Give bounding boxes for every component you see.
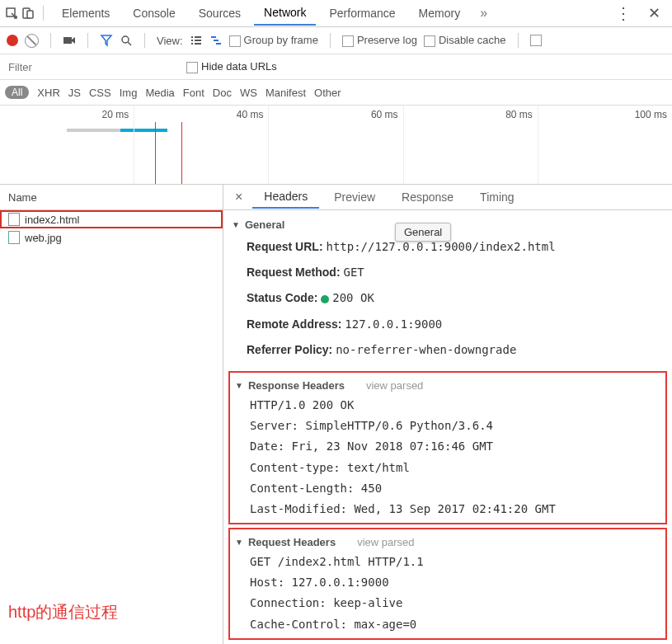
req-line: Host: 127.0.0.1:9000 <box>250 572 660 593</box>
status-ok-icon <box>321 295 329 303</box>
network-toolbar: View: Group by frame Preserve log Disabl… <box>0 27 672 54</box>
tab-headers[interactable]: Headers <box>252 186 319 209</box>
view-parsed-link[interactable]: view parsed <box>357 536 414 548</box>
wf-tick-4: 80 ms <box>505 109 533 120</box>
req-line: Cache-Control: max-age=0 <box>250 614 660 635</box>
filter-js[interactable]: JS <box>68 87 81 99</box>
tab-response[interactable]: Response <box>390 186 465 208</box>
triangle-down-icon: ▼ <box>232 220 240 229</box>
inspect-icon[interactable] <box>5 7 18 20</box>
resp-line: Content-Length: 450 <box>250 478 660 499</box>
type-filter-bar: All XHR JS CSS Img Media Font Doc WS Man… <box>0 80 672 106</box>
request-row-webjpg[interactable]: web.jpg <box>0 228 223 247</box>
tab-elements[interactable]: Elements <box>52 2 120 25</box>
detail-tabs: × Headers Preview Response Timing <box>223 185 672 210</box>
filter-manifest[interactable]: Manifest <box>266 87 306 99</box>
hide-data-urls-checkbox[interactable] <box>186 62 198 73</box>
close-detail-icon[interactable]: × <box>228 190 249 204</box>
filter-media[interactable]: Media <box>145 87 174 99</box>
filter-other[interactable]: Other <box>314 87 341 99</box>
filter-bar: Hide data URLs <box>0 54 672 80</box>
svg-rect-11 <box>211 36 216 38</box>
req-line: Connection: keep-alive <box>250 593 660 613</box>
request-row-index2[interactable]: index2.html <box>0 210 223 228</box>
view-parsed-link[interactable]: view parsed <box>366 379 423 392</box>
offline-checkbox[interactable] <box>530 35 542 46</box>
remote-address-value: 127.0.0.1:9000 <box>345 317 442 331</box>
svg-rect-7 <box>191 40 193 41</box>
filter-input[interactable] <box>5 59 176 75</box>
filter-all[interactable]: All <box>5 86 29 99</box>
request-name: web.jpg <box>25 232 62 244</box>
svg-rect-9 <box>191 43 193 45</box>
filter-ws[interactable]: WS <box>240 87 257 99</box>
group-by-frame-checkbox[interactable] <box>229 35 241 47</box>
svg-rect-5 <box>191 36 193 38</box>
document-icon <box>8 213 20 226</box>
camera-icon[interactable] <box>63 34 76 47</box>
status-code-value: 200 OK <box>332 291 374 304</box>
wf-tick-3: 60 ms <box>371 109 398 120</box>
response-headers-box: ▼Response Headersview parsed HTTP/1.0 20… <box>228 371 667 524</box>
request-list-pane: Name index2.html web.jpg http的通信过程 <box>0 185 223 644</box>
device-toggle-icon[interactable] <box>21 7 35 20</box>
clear-icon[interactable] <box>25 34 39 48</box>
resp-line: Content-type: text/html <box>250 458 660 478</box>
svg-rect-6 <box>195 36 201 38</box>
search-icon[interactable] <box>120 34 133 47</box>
tab-memory[interactable]: Memory <box>409 2 471 25</box>
request-detail-pane: × Headers Preview Response Timing Genera… <box>223 185 672 644</box>
triangle-down-icon: ▼ <box>235 381 243 390</box>
svg-rect-2 <box>27 11 33 18</box>
request-url-value: http://127.0.0.1:9000/index2.html <box>326 240 555 253</box>
filter-css[interactable]: CSS <box>89 87 111 99</box>
tooltip: General <box>395 223 451 242</box>
waterfall-timeline[interactable]: 20 ms 40 ms 60 ms 80 ms 100 ms <box>0 106 672 185</box>
req-line: GET /index2.html HTTP/1.1 <box>250 552 660 572</box>
svg-rect-8 <box>195 40 201 41</box>
triangle-down-icon: ▼ <box>235 538 243 547</box>
filter-img[interactable]: Img <box>120 87 138 99</box>
svg-rect-10 <box>195 43 201 45</box>
request-headers-box: ▼Request Headersview parsed GET /index2.… <box>228 528 667 640</box>
image-icon <box>8 231 20 244</box>
preserve-log-label: Preserve log <box>357 34 417 46</box>
request-headers-header[interactable]: ▼Request Headersview parsed <box>235 533 660 552</box>
resp-line: Last-Modified: Wed, 13 Sep 2017 02:41:20… <box>250 499 660 519</box>
resp-line: HTTP/1.0 200 OK <box>250 395 660 416</box>
wf-tick-1: 20 ms <box>102 109 129 120</box>
disable-cache-label: Disable cache <box>439 34 506 46</box>
more-tabs-icon[interactable]: » <box>473 6 494 21</box>
view-waterfall-icon[interactable] <box>209 34 223 47</box>
close-icon[interactable]: ✕ <box>641 4 667 22</box>
preserve-log-checkbox[interactable] <box>342 35 354 47</box>
annotation-text: http的通信过程 <box>0 576 223 644</box>
filter-font[interactable]: Font <box>183 87 204 99</box>
record-button[interactable] <box>7 35 18 46</box>
tab-preview[interactable]: Preview <box>322 186 387 208</box>
tab-timing[interactable]: Timing <box>468 186 526 208</box>
hide-data-urls-label: Hide data URLs <box>201 60 277 73</box>
svg-rect-12 <box>214 40 219 41</box>
svg-rect-13 <box>216 43 221 45</box>
request-method-value: GET <box>343 266 364 279</box>
filter-doc[interactable]: Doc <box>213 87 232 99</box>
view-list-icon[interactable] <box>190 34 203 47</box>
view-label: View: <box>157 35 183 47</box>
kebab-menu-icon[interactable]: ⋮ <box>609 5 638 21</box>
main-toolbar: Elements Console Sources Network Perform… <box>0 0 672 27</box>
filter-xhr[interactable]: XHR <box>37 87 59 99</box>
tab-console[interactable]: Console <box>123 2 185 25</box>
filter-funnel-icon[interactable] <box>100 34 113 47</box>
tab-network[interactable]: Network <box>254 1 316 26</box>
request-name: index2.html <box>25 214 79 226</box>
response-headers-header[interactable]: ▼Response Headersview parsed <box>235 376 660 395</box>
disable-cache-checkbox[interactable] <box>424 35 435 47</box>
group-by-frame-label: Group by frame <box>244 34 318 46</box>
name-column-header[interactable]: Name <box>0 185 223 210</box>
tab-performance[interactable]: Performance <box>319 2 405 25</box>
wf-tick-5: 100 ms <box>635 109 667 120</box>
tab-sources[interactable]: Sources <box>189 2 251 25</box>
svg-point-4 <box>122 36 129 43</box>
resp-line: Date: Fri, 23 Nov 2018 07:16:46 GMT <box>250 436 660 457</box>
